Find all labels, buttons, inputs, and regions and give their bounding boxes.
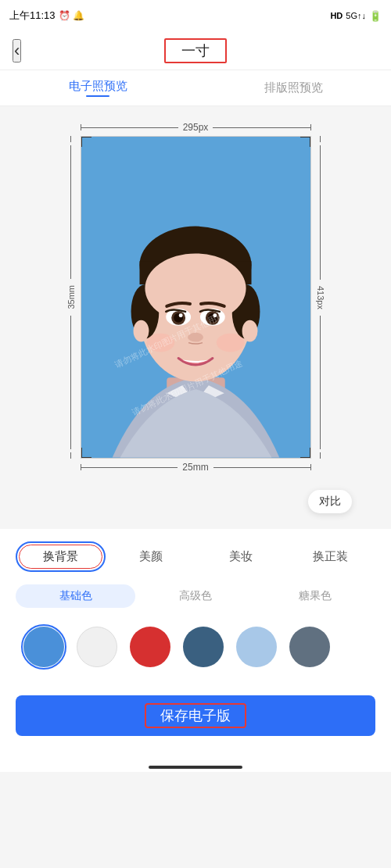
status-icons: ⏰ 🔔 — [59, 10, 84, 21]
swatch-darkblue[interactable] — [183, 627, 224, 667]
battery-icon: 🔋 — [369, 10, 382, 22]
color-categories: 基础色 高级色 糖果色 — [16, 584, 375, 608]
swatch-red[interactable] — [130, 627, 170, 667]
height-mm-label: 35mm — [66, 282, 76, 313]
status-time: 上午11:13 ⏰ 🔔 — [9, 9, 84, 23]
photo-with-dims: 35mm — [66, 136, 325, 459]
svg-point-18 — [216, 334, 244, 352]
tool-tab-makeup-label: 美妆 — [229, 549, 253, 563]
color-cat-basic-label: 基础色 — [59, 589, 92, 602]
compare-button[interactable]: 对比 — [308, 490, 352, 513]
height-px-label: 413px — [316, 283, 325, 313]
color-cat-candy[interactable]: 糖果色 — [256, 584, 375, 608]
color-swatches — [16, 620, 375, 683]
preview-area: 295px 35mm — [0, 106, 391, 529]
tool-tab-makeup[interactable]: 美妆 — [196, 541, 285, 572]
tool-section: 换背景 美颜 美妆 换正装 基础色 高级色 糖果色 — [0, 529, 391, 683]
svg-point-7 — [145, 253, 246, 323]
svg-point-11 — [178, 313, 182, 317]
swatch-white[interactable] — [77, 627, 117, 667]
save-button[interactable]: 保存电子版 — [16, 695, 375, 736]
swatch-blue[interactable] — [23, 627, 64, 667]
save-btn-label: 保存电子版 — [160, 708, 231, 723]
swatch-lightblue[interactable] — [236, 627, 277, 667]
tab-layout[interactable]: 排版照预览 — [196, 70, 391, 105]
tool-tab-beauty[interactable]: 美颜 — [106, 541, 196, 572]
color-cat-basic[interactable]: 基础色 — [16, 584, 135, 608]
svg-point-20 — [242, 320, 257, 342]
tool-tabs: 换背景 美颜 美妆 换正装 — [16, 541, 375, 572]
time-display: 上午11:13 — [9, 9, 56, 23]
back-button[interactable]: ‹ — [13, 39, 21, 63]
hd-icon: HD — [330, 11, 343, 20]
photo-frame: 请勿将此水印图片用于其他用途 请勿将此水印图片用于其他用途 — [81, 136, 311, 459]
tab-electronic[interactable]: 电子照预览 — [0, 70, 196, 105]
color-cat-advanced[interactable]: 高级色 — [135, 584, 255, 608]
tab-layout-label: 排版照预览 — [264, 80, 323, 95]
color-cat-advanced-label: 高级色 — [179, 589, 212, 602]
save-section: 保存电子版 — [0, 683, 391, 759]
corner-tr — [300, 136, 311, 147]
network-icon: 5G↑↓ — [346, 11, 366, 20]
corner-br — [300, 448, 311, 459]
status-bar: 上午11:13 ⏰ 🔔 HD 5G↑↓ 🔋 — [0, 0, 391, 31]
tab-electronic-label: 电子照预览 — [69, 79, 127, 94]
corner-bl — [81, 448, 91, 459]
tool-tab-beauty-label: 美颜 — [139, 549, 163, 563]
swatch-gray[interactable] — [289, 627, 330, 667]
tool-tab-bg[interactable]: 换背景 — [16, 541, 106, 572]
right-dim: 413px — [316, 136, 325, 459]
person-illustration: 请勿将此水印图片用于其他用途 请勿将此水印图片用于其他用途 — [81, 137, 310, 458]
left-dim: 35mm — [66, 136, 76, 459]
photo-container: 295px 35mm — [66, 122, 325, 473]
width-mm-label: 25mm — [178, 462, 213, 473]
color-cat-candy-label: 糖果色 — [299, 589, 332, 602]
tab-underline — [86, 95, 109, 97]
page-title: 一寸 — [164, 38, 227, 63]
tool-tab-outfit-label: 换正装 — [313, 549, 348, 563]
save-btn-inner: 保存电子版 — [145, 703, 246, 728]
tool-tab-outfit[interactable]: 换正装 — [285, 541, 375, 572]
header: ‹ 一寸 — [0, 31, 391, 70]
status-right-icons: HD 5G↑↓ 🔋 — [330, 10, 382, 22]
corner-tl — [81, 136, 91, 147]
svg-point-19 — [133, 320, 149, 342]
home-bar — [149, 766, 242, 769]
width-px-label: 295px — [178, 122, 213, 133]
compare-wrap: 对比 — [23, 480, 368, 513]
tab-bar: 电子照预览 排版照预览 — [0, 70, 391, 106]
home-indicator — [0, 759, 391, 772]
